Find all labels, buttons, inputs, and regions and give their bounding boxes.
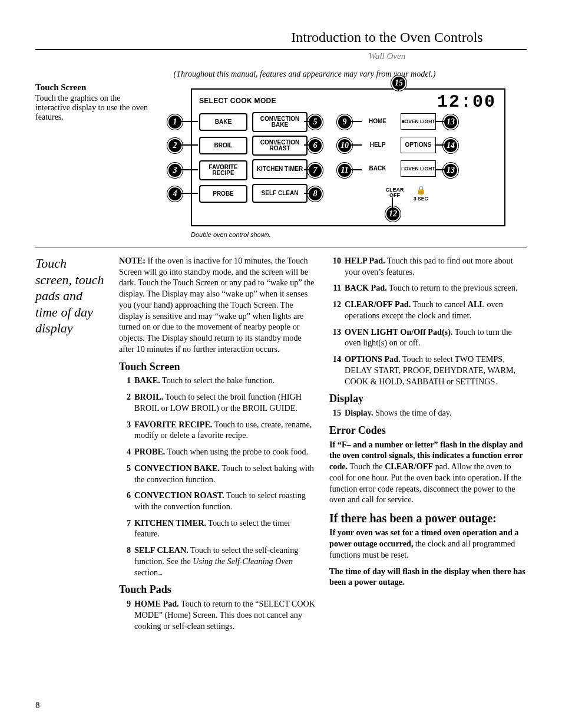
item-5: 5CONVECTION BAKE. Touch to select baking… xyxy=(119,463,316,485)
error-codes-heading: Error Codes xyxy=(329,424,527,438)
options-pad[interactable]: OPTIONS xyxy=(401,137,436,153)
intro-text: Touch the graphics on the interactive di… xyxy=(35,94,153,122)
control-panel-outline: SELECT COOK MODE 12:00 BAKE BROIL FAVORI… xyxy=(191,88,505,226)
lock-hold-label: 3 SEC xyxy=(414,196,428,202)
clock-display: 12:00 xyxy=(437,92,496,112)
callout-4: 4 xyxy=(167,186,183,202)
probe-button[interactable]: PROBE xyxy=(199,185,247,203)
home-pad[interactable]: HOME xyxy=(363,114,392,129)
section-rule xyxy=(35,248,527,248)
error-codes-text: If “F– and a number or letter” flash in … xyxy=(329,439,527,505)
item-10: 10HELP Pad. Touch this pad to find out m… xyxy=(329,255,527,277)
power-outage-heading: If there has been a power outage: xyxy=(329,510,527,526)
touch-screen-heading: Touch Screen xyxy=(119,360,316,374)
back-pad[interactable]: BACK xyxy=(363,162,392,176)
control-diagram: SELECT COOK MODE 12:00 BAKE BROIL FAVORI… xyxy=(167,83,527,248)
note-paragraph: NOTE: If the oven is inactive for 10 min… xyxy=(119,255,316,355)
item-15: 15Display. Shows the time of day. xyxy=(329,407,527,419)
convection-roast-button[interactable]: CONVECTION ROAST xyxy=(252,136,308,156)
item-1: 1BAKE. Touch to select the bake function… xyxy=(119,375,316,386)
left-column: NOTE: If the oven is inactive for 10 min… xyxy=(119,255,316,637)
power-outage-p1: If your oven was set for a timed oven op… xyxy=(329,527,527,560)
oven-light-lower-pad[interactable]: □ OVEN LIGHT xyxy=(401,160,436,177)
display-heading: Display xyxy=(329,392,527,406)
item-3: 3FAVORITE RECIPE. Touch to use, create, … xyxy=(119,419,316,441)
callout-1: 1 xyxy=(167,114,183,130)
callout-12: 12 xyxy=(385,206,401,222)
touch-screen-intro: Touch Screen Touch the graphics on the i… xyxy=(35,83,153,122)
intro-heading: Touch Screen xyxy=(35,83,153,93)
callout-13b: 13 xyxy=(443,163,458,178)
right-column: 10HELP Pad. Touch this pad to find out m… xyxy=(329,255,527,637)
select-mode-title: SELECT COOK MODE xyxy=(199,97,276,105)
callout-10: 10 xyxy=(337,138,352,153)
callout-6: 6 xyxy=(308,138,323,153)
help-pad[interactable]: HELP xyxy=(363,138,392,152)
page-title: Introduction to the Oven Controls xyxy=(247,29,527,45)
callout-3: 3 xyxy=(167,163,183,178)
item-2: 2BROIL. Touch to select the broil functi… xyxy=(119,391,316,413)
callout-15: 15 xyxy=(391,75,406,91)
bake-button[interactable]: BAKE xyxy=(199,113,247,131)
item-12: 12CLEAR/OFF Pad. Touch to cancel ALL ove… xyxy=(329,299,527,321)
page-number: 8 xyxy=(35,700,40,710)
callout-8: 8 xyxy=(308,186,323,202)
item-9: 9HOME Pad. Touch to return to the “SELEC… xyxy=(119,598,316,631)
clear-off-pad[interactable]: CLEAR OFF xyxy=(380,184,409,202)
item-11: 11BACK Pad. Touch to return to the previ… xyxy=(329,282,527,294)
sidebar-heading: Touch screen, touch pads and time of day… xyxy=(35,255,106,637)
broil-button[interactable]: BROIL xyxy=(199,137,247,154)
callout-7: 7 xyxy=(308,163,323,178)
self-clean-button[interactable]: SELF CLEAN xyxy=(252,184,308,203)
item-6: 6CONVECTION ROAST. Touch to select roast… xyxy=(119,490,316,512)
lock-icon: 🔒 xyxy=(416,185,426,195)
item-4: 4PROBE. Touch when using the probe to co… xyxy=(119,446,316,457)
callout-9: 9 xyxy=(337,114,352,130)
item-14: 14OPTIONS Pad. Touch to select TWO TEMPS… xyxy=(329,354,527,387)
callout-5: 5 xyxy=(308,114,323,130)
callout-14: 14 xyxy=(443,138,458,153)
convection-bake-button[interactable]: CONVECTION BAKE xyxy=(252,112,308,132)
kitchen-timer-button[interactable]: KITCHEN TIMER xyxy=(252,159,308,179)
touch-pads-heading: Touch Pads xyxy=(119,583,316,597)
callout-11: 11 xyxy=(337,163,352,178)
variance-note: (Throughout this manual, features and ap… xyxy=(82,70,527,79)
callout-2: 2 xyxy=(167,138,183,153)
item-13: 13OVEN LIGHT On/Off Pad(s). Touch to tur… xyxy=(329,327,527,348)
page-subtitle: Wall Oven xyxy=(247,51,527,61)
item-7: 7KITCHEN TIMER. Touch to select the time… xyxy=(119,518,316,539)
diagram-caption: Double oven control shown. xyxy=(191,231,271,238)
oven-light-upper-pad[interactable]: ■ OVEN LIGHT xyxy=(401,113,436,130)
power-outage-p2: The time of day will flash in the displa… xyxy=(329,566,527,588)
item-8: 8SELF CLEAN. Touch to select the self-cl… xyxy=(119,545,316,578)
header-rule xyxy=(35,49,527,50)
favorite-recipe-button[interactable]: FAVORITE RECIPE xyxy=(199,160,247,180)
callout-13a: 13 xyxy=(443,114,458,130)
